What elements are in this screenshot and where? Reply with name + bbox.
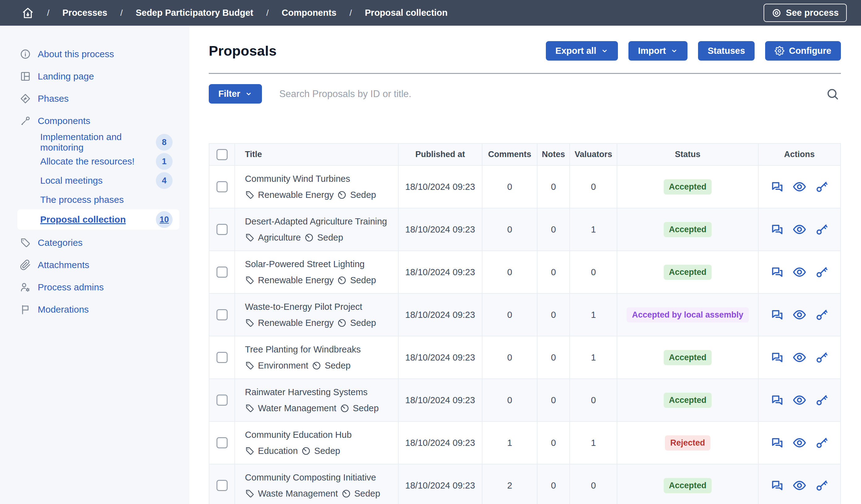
row-checkbox[interactable] — [217, 224, 228, 235]
permissions-icon[interactable] — [815, 308, 829, 322]
comments-count: 0 — [482, 208, 537, 251]
sidebar-subitem-proposal-collection[interactable]: Proposal collection10 — [17, 209, 179, 230]
row-checkbox[interactable] — [217, 437, 228, 448]
proposal-scope: Sedep — [353, 403, 379, 413]
proposal-meta: Renewable Energy Sedep — [245, 190, 395, 200]
published-at-value: 18/10/2024 09:23 — [398, 165, 482, 208]
statuses-button[interactable]: Statuses — [698, 41, 755, 60]
row-checkbox[interactable] — [217, 480, 228, 491]
sidebar-item-about-this-process[interactable]: About this process — [0, 43, 189, 65]
permissions-icon[interactable] — [815, 436, 829, 450]
count-badge: 1 — [156, 153, 173, 170]
sidebar-subitem-allocate-the-resources[interactable]: Allocate the resources!1 — [17, 152, 179, 171]
permissions-icon[interactable] — [815, 265, 829, 279]
select-all-checkbox[interactable] — [217, 149, 228, 160]
published-at-value: 18/10/2024 09:23 — [398, 294, 482, 336]
sidebar-item-moderations[interactable]: Moderations — [0, 298, 189, 321]
permissions-icon[interactable] — [815, 393, 829, 407]
notes-count: 0 — [537, 336, 570, 379]
configure-button[interactable]: Configure — [765, 41, 841, 60]
phases-icon — [20, 93, 31, 104]
row-checkbox[interactable] — [217, 352, 228, 363]
comments-count: 1 — [482, 421, 537, 464]
proposal-meta: Agriculture Sedep — [245, 232, 395, 243]
export-all-button[interactable]: Export all — [546, 41, 618, 60]
sidebar-subitem-local-meetings[interactable]: Local meetings4 — [17, 171, 179, 190]
answer-icon[interactable] — [770, 436, 784, 450]
preview-icon[interactable] — [793, 479, 806, 492]
sidebar-item-phases[interactable]: Phases — [0, 87, 189, 110]
proposal-title[interactable]: Waste-to-Energy Pilot Project — [245, 302, 395, 312]
sidebar-item-categories[interactable]: Categories — [0, 232, 189, 254]
import-button[interactable]: Import — [628, 41, 687, 60]
answer-icon[interactable] — [770, 351, 784, 364]
table-row: Community Education Hub Education Sedep … — [209, 421, 840, 464]
preview-icon[interactable] — [793, 223, 806, 236]
preview-icon[interactable] — [793, 308, 806, 322]
statuses-label: Statuses — [708, 46, 745, 56]
published-at-value: 18/10/2024 09:23 — [398, 208, 482, 251]
row-checkbox[interactable] — [217, 395, 228, 406]
breadcrumb-processes[interactable]: Processes — [63, 8, 107, 18]
breadcrumb-process-name[interactable]: Sedep Participatory Budget — [136, 8, 253, 18]
preview-icon[interactable] — [793, 436, 806, 450]
proposal-title[interactable]: Tree Planting for Windbreaks — [245, 344, 395, 355]
chevron-down-icon — [670, 47, 678, 55]
row-checkbox[interactable] — [217, 309, 228, 320]
row-checkbox[interactable] — [217, 267, 228, 278]
proposal-title[interactable]: Community Composting Initiative — [245, 473, 395, 483]
proposal-title[interactable]: Community Education Hub — [245, 430, 395, 440]
permissions-icon[interactable] — [815, 180, 829, 193]
sidebar-subitem-implementation-and-monitoring[interactable]: Implementation and monitoring8 — [17, 133, 179, 152]
sidebar-item-process-admins[interactable]: Process admins — [0, 276, 189, 298]
answer-icon[interactable] — [770, 393, 784, 407]
row-actions — [758, 436, 840, 450]
tools-icon — [20, 115, 31, 126]
permissions-icon[interactable] — [815, 351, 829, 364]
notes-count: 0 — [537, 294, 570, 336]
permissions-icon[interactable] — [815, 223, 829, 236]
count-badge: 4 — [156, 172, 173, 189]
answer-icon[interactable] — [770, 265, 784, 279]
preview-icon[interactable] — [793, 393, 806, 407]
breadcrumb-separator: / — [350, 8, 352, 18]
proposal-title[interactable]: Rainwater Harvesting Systems — [245, 387, 395, 397]
sidebar-subitem-the-process-phases[interactable]: The process phases — [17, 190, 179, 209]
sidebar-subitem-label: Proposal collection — [40, 214, 126, 225]
preview-icon[interactable] — [793, 265, 806, 279]
proposal-title[interactable]: Desert-Adapted Agriculture Training — [245, 216, 395, 227]
home-icon[interactable] — [22, 7, 34, 19]
valuators-count: 1 — [570, 336, 617, 379]
proposal-category: Renewable Energy — [258, 190, 334, 200]
answer-icon[interactable] — [770, 308, 784, 322]
answer-icon[interactable] — [770, 223, 784, 236]
breadcrumb-proposal-collection[interactable]: Proposal collection — [365, 8, 448, 18]
preview-icon[interactable] — [793, 351, 806, 364]
tag-icon — [245, 489, 255, 499]
status-badge: Accepted — [664, 393, 712, 408]
eye-ring-icon — [771, 8, 781, 18]
proposal-meta: Renewable Energy Sedep — [245, 318, 395, 328]
sidebar-item-label: Moderations — [38, 304, 89, 315]
scope-icon — [304, 233, 314, 242]
preview-icon[interactable] — [793, 180, 806, 193]
filter-button[interactable]: Filter — [209, 84, 262, 104]
search-input[interactable] — [279, 85, 809, 103]
sidebar-item-components[interactable]: Components — [0, 110, 189, 132]
sidebar-item-attachments[interactable]: Attachments — [0, 254, 189, 276]
permissions-icon[interactable] — [815, 479, 829, 492]
proposal-title[interactable]: Community Wind Turbines — [245, 174, 395, 184]
answer-icon[interactable] — [770, 180, 784, 193]
scope-icon — [337, 190, 347, 200]
row-checkbox[interactable] — [217, 181, 228, 192]
see-process-button[interactable]: See process — [764, 4, 847, 22]
sidebar-item-landing-page[interactable]: Landing page — [0, 65, 189, 87]
tag-icon — [20, 237, 31, 248]
answer-icon[interactable] — [770, 479, 784, 492]
notes-count: 0 — [537, 251, 570, 294]
breadcrumb-components[interactable]: Components — [282, 8, 337, 18]
search-icon[interactable] — [826, 87, 839, 100]
proposal-title[interactable]: Solar-Powered Street Lighting — [245, 259, 395, 269]
sidebar-subitem-label: The process phases — [40, 194, 124, 205]
proposal-category: Water Management — [258, 403, 337, 413]
